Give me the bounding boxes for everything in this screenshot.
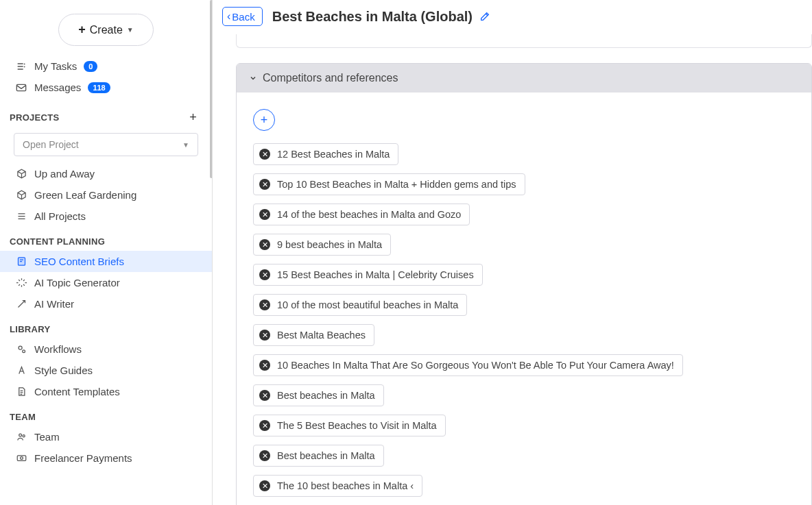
- nav-style-guides[interactable]: Style Guides: [0, 360, 212, 381]
- project-up-and-away[interactable]: Up and Away: [0, 163, 212, 184]
- competitor-chip[interactable]: ✕14 of the best beaches in Malta and Goz…: [253, 204, 470, 225]
- svg-point-3: [19, 346, 22, 349]
- font-icon: [15, 365, 27, 375]
- accordion-body: + ✕12 Best Beaches in Malta✕Top 10 Best …: [237, 93, 811, 505]
- competitor-label: 10 Beaches In Malta That Are So Gorgeous…: [277, 360, 674, 371]
- note-icon: [15, 256, 27, 267]
- create-label: Create: [90, 24, 123, 36]
- remove-chip-button[interactable]: ✕: [259, 330, 270, 341]
- remove-chip-button[interactable]: ✕: [259, 239, 270, 250]
- nav-ai-topic-generator[interactable]: AI Topic Generator: [0, 272, 212, 293]
- svg-point-4: [22, 350, 25, 353]
- competitor-chip[interactable]: ✕Best Malta Beaches: [253, 324, 374, 346]
- competitor-chip[interactable]: ✕Best beaches in Malta: [253, 445, 384, 467]
- sidebar-my-tasks[interactable]: My Tasks 0: [0, 56, 212, 77]
- add-project-button[interactable]: +: [189, 110, 197, 125]
- list-icon: [15, 211, 27, 221]
- project-green-leaf[interactable]: Green Leaf Gardening: [0, 184, 212, 206]
- create-button[interactable]: + Create ▼: [58, 14, 153, 46]
- add-competitor-button[interactable]: +: [253, 109, 275, 131]
- remove-chip-button[interactable]: ✕: [259, 269, 270, 280]
- competitor-label: Best beaches in Malta: [277, 450, 375, 461]
- content-planning-heading-row: CONTENT PLANNING: [0, 227, 212, 251]
- competitor-label: 9 best beaches in Malta: [277, 239, 382, 250]
- sidebar-messages[interactable]: Messages 118: [0, 77, 212, 98]
- remove-chip-button[interactable]: ✕: [259, 360, 270, 371]
- nav-team[interactable]: Team: [0, 426, 212, 447]
- svg-point-8: [20, 457, 23, 460]
- projects-heading: PROJECTS: [10, 112, 59, 123]
- project-select[interactable]: Open Project ▼: [14, 133, 198, 156]
- cube-icon: [15, 190, 27, 200]
- competitor-label: The 10 best beaches in Malta ‹: [277, 480, 414, 491]
- competitor-label: Top 10 Best Beaches in Malta + Hidden ge…: [277, 179, 516, 190]
- all-projects[interactable]: All Projects: [0, 206, 212, 227]
- topbar: ‹ Back Best Beaches in Malta (Global): [213, 0, 812, 34]
- competitor-chip[interactable]: ✕12 Best Beaches in Malta: [253, 143, 398, 165]
- competitor-chip[interactable]: ✕Best beaches in Malta: [253, 384, 384, 406]
- wand-icon: [15, 299, 27, 309]
- nav-ai-writer[interactable]: AI Writer: [0, 293, 212, 315]
- tasks-icon: [15, 61, 27, 72]
- svg-rect-7: [17, 456, 26, 461]
- competitor-label: 14 of the best beaches in Malta and Gozo: [277, 209, 461, 220]
- nav-workflows[interactable]: Workflows: [0, 338, 212, 360]
- remove-chip-button[interactable]: ✕: [259, 209, 270, 220]
- create-button-wrap: + Create ▼: [0, 0, 212, 53]
- back-button[interactable]: ‹ Back: [222, 7, 263, 26]
- main: ‹ Back Best Beaches in Malta (Global) Co…: [213, 0, 812, 505]
- caret-down-icon: ▼: [127, 26, 134, 34]
- competitor-chip[interactable]: ✕Top 10 Best Beaches in Malta + Hidden g…: [253, 173, 525, 195]
- messages-label: Messages: [34, 82, 81, 93]
- content-area: Competitors and references + ✕12 Best Be…: [213, 34, 812, 505]
- competitor-chip[interactable]: ✕10 of the most beautiful beaches in Mal…: [253, 294, 467, 316]
- chevron-down-icon: [249, 74, 257, 82]
- plus-icon: +: [78, 23, 86, 37]
- accordion-toggle[interactable]: Competitors and references: [237, 64, 811, 93]
- my-tasks-badge: 0: [84, 61, 97, 72]
- nav-label: Team: [34, 431, 60, 443]
- accordion-title: Competitors and references: [263, 72, 398, 84]
- competitor-chip[interactable]: ✕15 Best Beaches in Malta | Celebrity Cr…: [253, 264, 483, 286]
- competitor-label: 10 of the most beautiful beaches in Malt…: [277, 299, 458, 310]
- project-label: Green Leaf Gardening: [34, 189, 136, 201]
- remove-chip-button[interactable]: ✕: [259, 299, 270, 310]
- triangle-down-icon: ▼: [182, 141, 189, 149]
- project-select-placeholder: Open Project: [23, 139, 79, 150]
- competitor-chip[interactable]: ✕10 Beaches In Malta That Are So Gorgeou…: [253, 354, 683, 376]
- envelope-icon: [15, 83, 27, 93]
- competitor-chip[interactable]: ✕9 best beaches in Malta: [253, 234, 391, 256]
- projects-heading-row: PROJECTS +: [0, 101, 212, 129]
- previous-card-bottom: [236, 34, 812, 48]
- library-heading: LIBRARY: [10, 324, 50, 334]
- competitor-label: 12 Best Beaches in Malta: [277, 149, 390, 160]
- back-label: Back: [232, 11, 254, 23]
- competitor-chip[interactable]: ✕The 10 best beaches in Malta ‹: [253, 475, 422, 497]
- sidebar: + Create ▼ My Tasks 0 Messages 118: [0, 0, 213, 505]
- remove-chip-button[interactable]: ✕: [259, 450, 270, 461]
- remove-chip-button[interactable]: ✕: [259, 390, 270, 401]
- project-label: Up and Away: [34, 168, 95, 180]
- nav-content-templates[interactable]: Content Templates: [0, 381, 212, 402]
- cube-icon: [15, 169, 27, 179]
- nav-label: Workflows: [34, 343, 82, 355]
- file-icon: [15, 386, 27, 397]
- nav-label: AI Topic Generator: [34, 277, 120, 288]
- library-heading-row: LIBRARY: [0, 315, 212, 338]
- competitor-label: 15 Best Beaches in Malta | Celebrity Cru…: [277, 269, 474, 280]
- competitor-chip[interactable]: ✕The 5 Best Beaches to Visit in Malta: [253, 415, 446, 436]
- remove-chip-button[interactable]: ✕: [259, 420, 270, 431]
- nav-seo-content-briefs[interactable]: SEO Content Briefs: [0, 251, 212, 272]
- team-heading-row: TEAM: [0, 402, 212, 426]
- team-heading: TEAM: [10, 412, 36, 422]
- svg-point-6: [23, 435, 25, 437]
- remove-chip-button[interactable]: ✕: [259, 179, 270, 190]
- edit-title-button[interactable]: [479, 11, 490, 22]
- my-tasks-label: My Tasks: [34, 60, 77, 72]
- nav-freelancer-payments[interactable]: Freelancer Payments: [0, 447, 212, 469]
- chevron-left-icon: ‹: [227, 10, 230, 23]
- remove-chip-button[interactable]: ✕: [259, 149, 270, 160]
- nav-label: Content Templates: [34, 386, 120, 397]
- users-icon: [15, 432, 27, 442]
- remove-chip-button[interactable]: ✕: [259, 480, 270, 491]
